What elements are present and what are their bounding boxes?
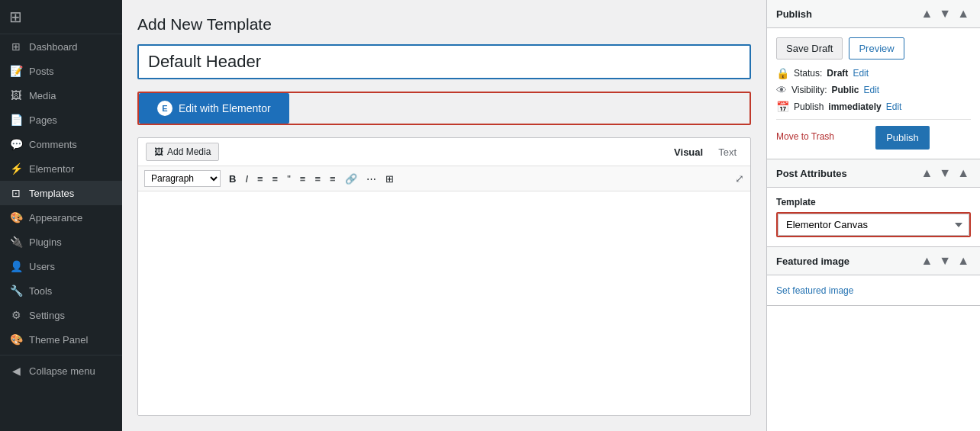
save-draft-button[interactable]: Save Draft bbox=[776, 37, 843, 60]
users-icon: 👤 bbox=[9, 260, 23, 272]
sidebar-item-dashboard[interactable]: ⊞ Dashboard bbox=[0, 34, 122, 59]
preview-button[interactable]: Preview bbox=[849, 37, 904, 60]
template-field-label: Template bbox=[776, 197, 971, 207]
featured-img-x[interactable]: ▲ bbox=[956, 255, 971, 267]
post-attributes-controls: ▲ ▼ ▲ bbox=[919, 167, 971, 179]
theme-panel-icon: 🎨 bbox=[9, 333, 23, 346]
sidebar-item-tools[interactable]: 🔧 Tools bbox=[0, 278, 122, 303]
appearance-icon: 🎨 bbox=[9, 211, 23, 224]
blockquote-button[interactable]: " bbox=[283, 171, 295, 187]
pages-icon: 📄 bbox=[9, 114, 23, 126]
sidebar-item-pages[interactable]: 📄 Pages bbox=[0, 108, 122, 132]
sidebar-item-plugins[interactable]: 🔌 Plugins bbox=[0, 230, 122, 254]
sidebar-label-tools: Tools bbox=[29, 285, 52, 297]
publish-collapse-x[interactable]: ▲ bbox=[956, 8, 971, 20]
tools-icon: 🔧 bbox=[9, 285, 23, 297]
align-center-button[interactable]: ≡ bbox=[311, 171, 324, 187]
visibility-label: Visibility: bbox=[791, 85, 827, 95]
right-sidebar: Publish ▲ ▼ ▲ Save Draft Preview 🔒 Statu… bbox=[766, 0, 980, 431]
bold-button[interactable]: B bbox=[225, 171, 240, 187]
featured-image-header[interactable]: Featured image ▲ ▼ ▲ bbox=[767, 247, 980, 275]
publish-time-edit-link[interactable]: Edit bbox=[886, 101, 902, 112]
more-button[interactable]: ⋯ bbox=[363, 171, 380, 187]
publish-footer: Move to Trash Publish bbox=[776, 119, 971, 150]
sidebar-label-plugins: Plugins bbox=[29, 236, 62, 248]
editor-area: 🖼 Add Media Visual Text Paragraph Headin… bbox=[137, 137, 751, 416]
visual-text-tabs: Visual Text bbox=[668, 143, 743, 161]
tab-text[interactable]: Text bbox=[712, 143, 743, 161]
visibility-row: 👁 Visibility: Public Edit bbox=[776, 84, 971, 96]
tab-visual[interactable]: Visual bbox=[668, 143, 709, 161]
status-edit-link[interactable]: Edit bbox=[853, 68, 869, 79]
post-attr-up[interactable]: ▲ bbox=[919, 167, 934, 179]
publish-time-label: Publish bbox=[794, 101, 824, 112]
settings-icon: ⚙ bbox=[9, 309, 23, 321]
align-left-button[interactable]: ≡ bbox=[296, 171, 310, 187]
comments-icon: 💬 bbox=[9, 138, 23, 150]
edit-elementor-button[interactable]: E Edit with Elementor bbox=[139, 93, 289, 124]
status-value: Draft bbox=[827, 68, 848, 79]
featured-image-metabox: Featured image ▲ ▼ ▲ Set featured image bbox=[767, 247, 980, 306]
publish-metabox-body: Save Draft Preview 🔒 Status: Draft Edit … bbox=[767, 28, 980, 159]
status-row: 🔒 Status: Draft Edit bbox=[776, 67, 971, 79]
collapse-icon: ◀ bbox=[9, 365, 23, 377]
ol-button[interactable]: ≡ bbox=[269, 171, 282, 187]
table-button[interactable]: ⊞ bbox=[382, 171, 398, 187]
set-featured-image-link[interactable]: Set featured image bbox=[776, 285, 853, 296]
visibility-edit-link[interactable]: Edit bbox=[863, 85, 879, 95]
sidebar-item-settings[interactable]: ⚙ Settings bbox=[0, 303, 122, 327]
publish-button[interactable]: Publish bbox=[875, 126, 930, 150]
template-select[interactable]: Default Template Elementor Canvas Elemen… bbox=[778, 214, 969, 236]
sidebar-item-collapse[interactable]: ◀ Collapse menu bbox=[0, 359, 122, 383]
publish-metabox-header[interactable]: Publish ▲ ▼ ▲ bbox=[767, 0, 980, 28]
page-title: Add New Template bbox=[137, 15, 751, 34]
sidebar-item-posts[interactable]: 📝 Posts bbox=[0, 59, 122, 83]
plugins-icon: 🔌 bbox=[9, 236, 23, 248]
sidebar-item-comments[interactable]: 💬 Comments bbox=[0, 132, 122, 156]
sidebar-item-theme-panel[interactable]: 🎨 Theme Panel bbox=[0, 327, 122, 352]
post-attributes-title: Post Attributes bbox=[776, 168, 847, 179]
paragraph-select[interactable]: Paragraph Heading 1 Heading 2 Heading 3 … bbox=[144, 170, 221, 187]
featured-image-body: Set featured image bbox=[767, 275, 980, 305]
editor-toolbar-top: 🖼 Add Media Visual Text bbox=[138, 138, 750, 166]
posts-icon: 📝 bbox=[9, 65, 23, 77]
align-right-button[interactable]: ≡ bbox=[326, 171, 340, 187]
main-content: Add New Template E Edit with Elementor 🖼… bbox=[122, 0, 766, 431]
featured-img-up[interactable]: ▲ bbox=[919, 255, 934, 267]
featured-image-title: Featured image bbox=[776, 256, 849, 267]
media-icon: 🖼 bbox=[9, 89, 23, 101]
sidebar-item-users[interactable]: 👤 Users bbox=[0, 254, 122, 278]
post-attr-x[interactable]: ▲ bbox=[956, 167, 971, 179]
elementor-icon: ⚡ bbox=[9, 162, 23, 175]
add-media-label: Add Media bbox=[167, 146, 211, 157]
add-media-icon: 🖼 bbox=[154, 146, 163, 157]
template-select-wrapper: Default Template Elementor Canvas Elemen… bbox=[776, 212, 971, 237]
elementor-icon: E bbox=[157, 101, 172, 116]
post-attributes-header[interactable]: Post Attributes ▲ ▼ ▲ bbox=[767, 159, 980, 188]
templates-icon: ⊡ bbox=[9, 187, 23, 199]
sidebar-label-settings: Settings bbox=[29, 310, 65, 321]
publish-actions: Save Draft Preview bbox=[776, 37, 971, 60]
sidebar-item-media[interactable]: 🖼 Media bbox=[0, 83, 122, 108]
sidebar-item-elementor[interactable]: ⚡ Elementor bbox=[0, 156, 122, 181]
sidebar-label-templates: Templates bbox=[29, 188, 74, 199]
post-attributes-body: Template Default Template Elementor Canv… bbox=[767, 188, 980, 246]
featured-img-down[interactable]: ▼ bbox=[937, 255, 953, 267]
italic-button[interactable]: I bbox=[241, 171, 252, 187]
status-label: Status: bbox=[794, 68, 822, 79]
publish-collapse-up[interactable]: ▲ bbox=[919, 8, 934, 20]
add-media-button[interactable]: 🖼 Add Media bbox=[146, 143, 219, 161]
sidebar-item-appearance[interactable]: 🎨 Appearance bbox=[0, 205, 122, 230]
expand-button[interactable]: ⤢ bbox=[735, 172, 744, 185]
publish-collapse-down[interactable]: ▼ bbox=[937, 8, 953, 20]
template-name-input[interactable] bbox=[137, 44, 751, 79]
sidebar-item-templates[interactable]: ⊡ Templates bbox=[0, 181, 122, 205]
post-attr-down[interactable]: ▼ bbox=[937, 167, 953, 179]
sidebar: ⊞ ⊞ Dashboard 📝 Posts 🖼 Media 📄 Pages 💬 … bbox=[0, 0, 122, 431]
sidebar-label-comments: Comments bbox=[29, 139, 77, 150]
link-button[interactable]: 🔗 bbox=[341, 171, 361, 187]
move-to-trash-link[interactable]: Move to Trash bbox=[776, 131, 834, 142]
sidebar-logo: ⊞ bbox=[0, 0, 122, 34]
ul-button[interactable]: ≡ bbox=[253, 171, 267, 187]
editor-body[interactable] bbox=[138, 191, 750, 415]
